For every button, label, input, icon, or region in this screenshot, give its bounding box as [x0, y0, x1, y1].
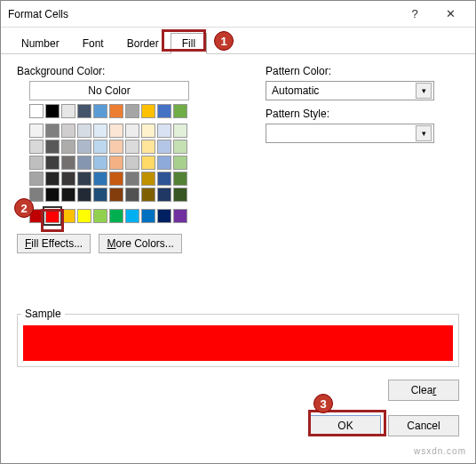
color-swatch[interactable]	[77, 140, 91, 154]
color-swatch[interactable]	[173, 124, 187, 138]
color-swatch[interactable]	[61, 104, 75, 118]
tab-border[interactable]: Border	[115, 33, 171, 53]
ok-button[interactable]: OK	[310, 415, 381, 436]
color-swatch[interactable]	[141, 172, 155, 186]
color-swatch[interactable]	[109, 188, 123, 202]
theme-color-grid	[29, 104, 212, 202]
clear-row: Clear	[388, 380, 459, 401]
color-swatch[interactable]	[45, 124, 60, 138]
standard-color-swatch[interactable]	[45, 209, 60, 223]
color-swatch[interactable]	[93, 188, 107, 202]
color-swatch[interactable]	[125, 104, 139, 118]
pattern-panel: Pattern Color: Automatic ▾ Pattern Style…	[266, 65, 459, 253]
color-swatch[interactable]	[173, 140, 187, 154]
tab-fill[interactable]: Fill	[171, 33, 207, 54]
sample-label: Sample	[21, 308, 65, 320]
color-swatch[interactable]	[61, 124, 75, 138]
color-swatch[interactable]	[29, 140, 44, 154]
background-color-panel: Background Color: No Color Fill Effects.…	[17, 65, 212, 253]
sample-area: Sample	[17, 308, 459, 367]
color-swatch[interactable]	[157, 104, 171, 118]
color-swatch[interactable]	[141, 188, 155, 202]
color-swatch[interactable]	[61, 172, 75, 186]
color-swatch[interactable]	[173, 104, 187, 118]
watermark: wsxdn.com	[414, 446, 466, 456]
color-swatch[interactable]	[141, 124, 155, 138]
standard-color-swatch[interactable]	[173, 209, 187, 223]
pattern-style-dropdown[interactable]: ▾	[266, 124, 434, 143]
color-swatch[interactable]	[77, 172, 91, 186]
chevron-down-icon: ▾	[416, 125, 432, 141]
cancel-button[interactable]: Cancel	[388, 415, 459, 436]
pattern-style-label: Pattern Style:	[266, 108, 459, 120]
color-swatch[interactable]	[141, 104, 155, 118]
color-swatch[interactable]	[45, 172, 60, 186]
color-swatch[interactable]	[141, 156, 155, 170]
color-swatch[interactable]	[157, 124, 171, 138]
color-swatch[interactable]	[77, 188, 91, 202]
no-color-button[interactable]: No Color	[29, 81, 189, 100]
color-swatch[interactable]	[173, 188, 187, 202]
close-button[interactable]: ✕	[432, 2, 468, 27]
color-swatch[interactable]	[77, 124, 91, 138]
close-icon: ✕	[446, 7, 456, 20]
color-swatch[interactable]	[93, 140, 107, 154]
pattern-color-value: Automatic	[272, 84, 319, 97]
color-swatch[interactable]	[125, 156, 139, 170]
chevron-down-icon: ▾	[416, 83, 432, 99]
color-swatch[interactable]	[109, 172, 123, 186]
color-swatch[interactable]	[29, 104, 44, 118]
color-swatch[interactable]	[173, 172, 187, 186]
color-swatch[interactable]	[29, 172, 44, 186]
standard-color-swatch[interactable]	[141, 209, 155, 223]
color-swatch[interactable]	[29, 156, 44, 170]
fill-effects-button[interactable]: Fill Effects...	[17, 234, 91, 253]
color-swatch[interactable]	[157, 140, 171, 154]
color-swatch[interactable]	[93, 172, 107, 186]
color-swatch[interactable]	[61, 156, 75, 170]
color-swatch[interactable]	[45, 156, 60, 170]
color-swatch[interactable]	[45, 140, 60, 154]
standard-color-swatch[interactable]	[157, 209, 171, 223]
color-swatch[interactable]	[125, 124, 139, 138]
color-swatch[interactable]	[157, 172, 171, 186]
dialog-button-row: OK Cancel	[310, 415, 459, 436]
color-swatch[interactable]	[125, 172, 139, 186]
color-swatch[interactable]	[93, 124, 107, 138]
window-title: Format Cells	[8, 8, 397, 20]
standard-color-row	[29, 209, 212, 223]
color-swatch[interactable]	[45, 104, 60, 118]
color-swatch[interactable]	[157, 188, 171, 202]
color-swatch[interactable]	[61, 140, 75, 154]
color-swatch[interactable]	[109, 156, 123, 170]
standard-color-swatch[interactable]	[93, 209, 107, 223]
color-swatch[interactable]	[109, 124, 123, 138]
callout-3: 3	[313, 394, 333, 413]
color-swatch[interactable]	[141, 140, 155, 154]
color-swatch[interactable]	[109, 140, 123, 154]
standard-color-swatch[interactable]	[77, 209, 91, 223]
color-swatch[interactable]	[77, 156, 91, 170]
more-colors-button[interactable]: More Colors...	[99, 234, 181, 253]
color-swatch[interactable]	[93, 104, 107, 118]
color-swatch[interactable]	[29, 124, 44, 138]
clear-button[interactable]: Clear	[388, 380, 459, 401]
standard-color-swatch[interactable]	[125, 209, 139, 223]
pattern-color-dropdown[interactable]: Automatic ▾	[266, 81, 434, 100]
color-swatch[interactable]	[109, 104, 123, 118]
color-swatch[interactable]	[173, 156, 187, 170]
color-swatch[interactable]	[157, 156, 171, 170]
color-swatch[interactable]	[125, 140, 139, 154]
standard-color-swatch[interactable]	[61, 209, 75, 223]
color-swatch[interactable]	[125, 188, 139, 202]
sample-preview	[23, 325, 453, 361]
color-swatch[interactable]	[29, 188, 44, 202]
tab-number[interactable]: Number	[10, 33, 71, 53]
help-button[interactable]: ?	[397, 2, 432, 27]
color-swatch[interactable]	[77, 104, 91, 118]
color-swatch[interactable]	[93, 156, 107, 170]
color-swatch[interactable]	[45, 188, 60, 202]
standard-color-swatch[interactable]	[109, 209, 123, 223]
color-swatch[interactable]	[61, 188, 75, 202]
tab-font[interactable]: Font	[71, 33, 115, 53]
